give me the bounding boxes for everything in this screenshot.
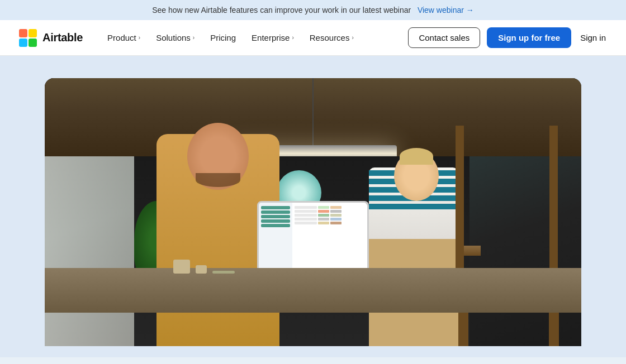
svg-rect-0	[19, 29, 27, 37]
chevron-down-icon: ›	[193, 35, 195, 41]
chevron-down-icon: ›	[292, 35, 293, 41]
chevron-down-icon: ›	[352, 35, 353, 41]
chair-back-left	[456, 126, 464, 282]
left-window	[45, 156, 134, 346]
top-banner: See how new Airtable features can improv…	[0, 0, 626, 20]
nav-item-enterprise[interactable]: Enterprise ›	[245, 28, 301, 47]
table-surface	[45, 268, 581, 313]
hero-photo	[45, 78, 581, 346]
nav-item-solutions[interactable]: Solutions ›	[149, 28, 201, 47]
signup-button[interactable]: Sign up for free	[487, 27, 571, 48]
hero-area	[0, 56, 626, 357]
chevron-down-icon: ›	[139, 35, 140, 41]
nav-item-resources[interactable]: Resources ›	[303, 28, 361, 47]
table-item-1	[173, 260, 190, 274]
banner-text: See how new Airtable features can improv…	[152, 6, 411, 15]
chair-back-right	[549, 126, 558, 282]
banner-link[interactable]: View webinar →	[418, 6, 474, 15]
logo-link[interactable]: Airtable	[18, 28, 83, 48]
logo-text: Airtable	[42, 31, 83, 44]
airtable-logo-icon	[18, 28, 38, 48]
hero-image	[45, 78, 581, 346]
nav-actions: Contact sales Sign up for free Sign in	[408, 27, 608, 48]
signin-button[interactable]: Sign in	[578, 28, 608, 47]
navbar: Airtable Product › Solutions › Pricing E…	[0, 20, 626, 56]
contact-sales-button[interactable]: Contact sales	[408, 27, 480, 48]
nav-item-product[interactable]: Product ›	[101, 28, 147, 47]
svg-rect-3	[29, 39, 37, 47]
table-item-2	[196, 265, 207, 274]
svg-rect-2	[19, 39, 27, 47]
table-item-3	[212, 271, 235, 274]
nav-item-pricing[interactable]: Pricing	[203, 28, 243, 47]
nav-links: Product › Solutions › Pricing Enterprise…	[101, 28, 408, 47]
person-center-head	[187, 123, 249, 190]
light-cord	[312, 78, 314, 145]
table-items	[173, 246, 425, 274]
person-right-head	[394, 151, 439, 201]
svg-rect-1	[29, 29, 37, 37]
